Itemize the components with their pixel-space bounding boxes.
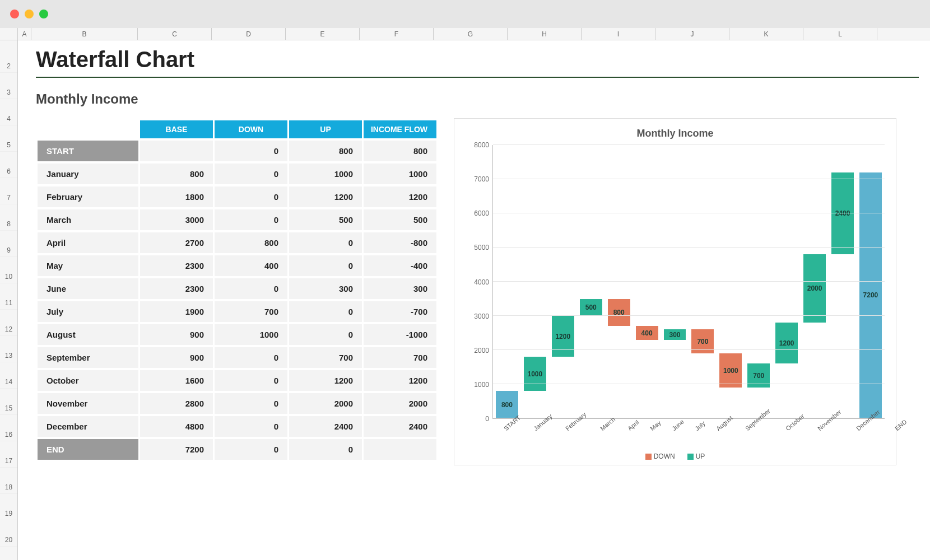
table-row[interactable]: April27008000-800: [38, 232, 436, 253]
cell-flow[interactable]: -1000: [364, 324, 436, 345]
cell-label[interactable]: June: [38, 278, 138, 299]
cell-up[interactable]: 500: [289, 209, 362, 230]
row-header[interactable]: 3: [0, 73, 17, 99]
sheet-content[interactable]: Waterfall Chart Monthly Income BASE DOWN…: [18, 40, 930, 560]
zoom-icon[interactable]: [39, 10, 48, 18]
cell-up[interactable]: 800: [289, 141, 362, 161]
cell-flow[interactable]: 800: [364, 141, 436, 161]
cell-up[interactable]: 0: [289, 439, 362, 460]
cell-down[interactable]: 0: [215, 393, 287, 414]
col-header-l[interactable]: L: [803, 28, 877, 40]
cell-flow[interactable]: -700: [364, 301, 436, 322]
row-header[interactable]: 4: [0, 99, 17, 125]
row-header[interactable]: 14: [0, 362, 17, 389]
cell-label[interactable]: START: [38, 141, 138, 161]
cell-flow[interactable]: 1200: [364, 370, 436, 391]
cell-down[interactable]: 0: [215, 439, 287, 460]
cell-flow[interactable]: 2400: [364, 416, 436, 437]
cell-base[interactable]: 900: [140, 324, 213, 345]
cell-base[interactable]: 4800: [140, 416, 213, 437]
cell-flow[interactable]: 300: [364, 278, 436, 299]
col-header-e[interactable]: E: [286, 28, 360, 40]
cell-down[interactable]: 0: [215, 370, 287, 391]
table-row[interactable]: May23004000-400: [38, 255, 436, 276]
cell-flow[interactable]: 700: [364, 347, 436, 368]
table-row[interactable]: October1600012001200: [38, 370, 436, 391]
cell-label[interactable]: February: [38, 186, 138, 207]
cell-flow[interactable]: 1200: [364, 186, 436, 207]
table-row[interactable]: July19007000-700: [38, 301, 436, 322]
col-header-f[interactable]: F: [360, 28, 434, 40]
row-header[interactable]: 7: [0, 178, 17, 204]
cell-down[interactable]: 0: [215, 278, 287, 299]
cell-base[interactable]: 1900: [140, 301, 213, 322]
col-header-b[interactable]: B: [31, 28, 138, 40]
cell-up[interactable]: 0: [289, 324, 362, 345]
row-header[interactable]: 16: [0, 415, 17, 441]
row-header[interactable]: 5: [0, 125, 17, 152]
cell-base[interactable]: 2300: [140, 278, 213, 299]
cell-down[interactable]: 700: [215, 301, 287, 322]
row-header[interactable]: 12: [0, 310, 17, 336]
cell-down[interactable]: 0: [215, 141, 287, 161]
cell-up[interactable]: 1200: [289, 186, 362, 207]
cell-base[interactable]: 7200: [140, 439, 213, 460]
cell-down[interactable]: 1000: [215, 324, 287, 345]
cell-base[interactable]: 2700: [140, 232, 213, 253]
row-header[interactable]: 17: [0, 441, 17, 468]
cell-up[interactable]: 0: [289, 232, 362, 253]
cell-base[interactable]: 1800: [140, 186, 213, 207]
col-header-j[interactable]: J: [655, 28, 729, 40]
cell-label[interactable]: May: [38, 255, 138, 276]
col-header-a[interactable]: A: [18, 28, 31, 40]
row-header[interactable]: 10: [0, 257, 17, 283]
cell-flow[interactable]: -800: [364, 232, 436, 253]
cell-up[interactable]: 300: [289, 278, 362, 299]
col-header-k[interactable]: K: [729, 28, 803, 40]
row-header[interactable]: 18: [0, 468, 17, 494]
minimize-icon[interactable]: [25, 10, 34, 18]
row-header[interactable]: 15: [0, 389, 17, 415]
row-header[interactable]: 8: [0, 204, 17, 231]
income-table[interactable]: BASE DOWN UP INCOME FLOW START0800800Jan…: [36, 118, 438, 462]
cell-label[interactable]: October: [38, 370, 138, 391]
row-header[interactable]: 19: [0, 494, 17, 520]
table-row[interactable]: December4800024002400: [38, 416, 436, 437]
cell-base[interactable]: [140, 141, 213, 161]
row-header[interactable]: 11: [0, 283, 17, 310]
row-header[interactable]: 2: [0, 40, 17, 73]
table-row[interactable]: August90010000-1000: [38, 324, 436, 345]
cell-up[interactable]: 1200: [289, 370, 362, 391]
cell-up[interactable]: 0: [289, 301, 362, 322]
cell-down[interactable]: 0: [215, 347, 287, 368]
cell-base[interactable]: 800: [140, 164, 213, 184]
cell-down[interactable]: 400: [215, 255, 287, 276]
cell-up[interactable]: 700: [289, 347, 362, 368]
cell-flow[interactable]: [364, 439, 436, 460]
col-header-g[interactable]: G: [434, 28, 508, 40]
table-row[interactable]: February1800012001200: [38, 186, 436, 207]
table-row[interactable]: June23000300300: [38, 278, 436, 299]
cell-down[interactable]: 800: [215, 232, 287, 253]
cell-base[interactable]: 2300: [140, 255, 213, 276]
table-row[interactable]: START0800800: [38, 141, 436, 161]
cell-down[interactable]: 0: [215, 209, 287, 230]
cell-label[interactable]: September: [38, 347, 138, 368]
table-row[interactable]: September9000700700: [38, 347, 436, 368]
cell-flow[interactable]: 2000: [364, 393, 436, 414]
table-row[interactable]: November2800020002000: [38, 393, 436, 414]
col-header-h[interactable]: H: [508, 28, 582, 40]
table-row[interactable]: March30000500500: [38, 209, 436, 230]
cell-flow[interactable]: 1000: [364, 164, 436, 184]
cell-flow[interactable]: 500: [364, 209, 436, 230]
cell-base[interactable]: 1600: [140, 370, 213, 391]
table-row[interactable]: END720000: [38, 439, 436, 460]
row-header[interactable]: 13: [0, 336, 17, 362]
cell-down[interactable]: 0: [215, 416, 287, 437]
cell-base[interactable]: 900: [140, 347, 213, 368]
col-header-i[interactable]: I: [582, 28, 655, 40]
waterfall-chart[interactable]: Monthly Income 0100020003000400050006000…: [454, 118, 896, 465]
cell-label[interactable]: March: [38, 209, 138, 230]
col-header-c[interactable]: C: [138, 28, 212, 40]
cell-label[interactable]: January: [38, 164, 138, 184]
